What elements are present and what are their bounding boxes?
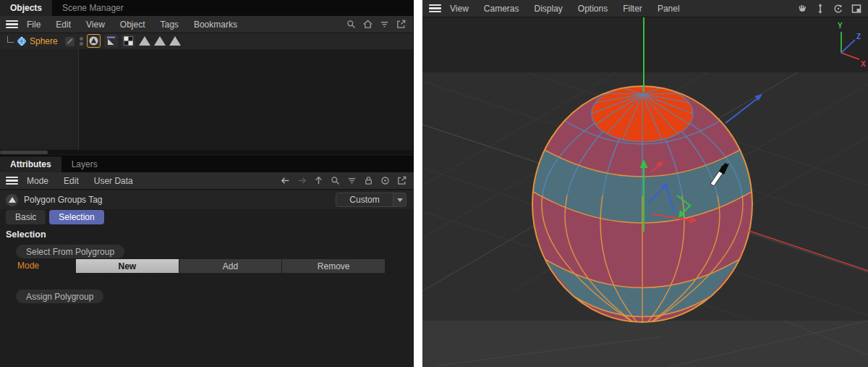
phong-tag-icon[interactable] <box>104 34 118 48</box>
filter-icon[interactable] <box>346 175 357 186</box>
application-window: Objects Scene Manager File Edit View Obj… <box>0 0 868 367</box>
mode-row: Mode New Add Remove <box>0 259 414 273</box>
search-icon[interactable] <box>346 19 357 30</box>
menu-edit[interactable]: Edit <box>56 20 71 30</box>
objects-tabstrip: Objects Scene Manager <box>0 0 413 16</box>
assign-polygroup-button[interactable]: Assign Polygroup <box>16 290 103 303</box>
menu-mode[interactable]: Mode <box>27 176 48 186</box>
open-window-icon[interactable] <box>396 19 407 30</box>
track-icon[interactable] <box>380 175 391 186</box>
selection-heading: Selection <box>6 229 46 240</box>
preset-dropdown-value[interactable]: Custom <box>336 193 393 206</box>
sphere-object-icon <box>17 36 27 46</box>
pan-hand-icon[interactable] <box>796 3 808 14</box>
home-icon[interactable] <box>362 19 373 30</box>
lock-icon[interactable] <box>363 175 374 186</box>
select-from-polygroup-button[interactable]: Select From Polygroup <box>16 245 124 258</box>
menu-user-data[interactable]: User Data <box>94 176 133 186</box>
open-window-icon[interactable] <box>396 175 407 186</box>
attributes-menubar: Mode Edit User Data <box>0 172 414 190</box>
mode-label: Mode <box>17 261 39 271</box>
objects-menu-icon[interactable] <box>6 20 18 28</box>
object-manager-body[interactable] <box>0 49 413 150</box>
polygon-groups-tag-icon[interactable] <box>87 34 101 48</box>
polygon-selection-tag-icon[interactable] <box>154 36 166 46</box>
menu-display[interactable]: Display <box>534 4 562 14</box>
menu-edit[interactable]: Edit <box>64 176 79 186</box>
mode-option-remove[interactable]: Remove <box>282 259 385 273</box>
back-icon[interactable] <box>280 175 291 186</box>
menu-view[interactable]: View <box>86 20 105 30</box>
polygon-selection-tag-icon[interactable] <box>139 36 150 46</box>
attributes-tabstrip: Attributes Layers <box>0 156 414 172</box>
pole-cap <box>592 85 693 142</box>
tag-area <box>87 34 181 48</box>
viewport-menu-icon[interactable] <box>429 4 441 12</box>
visibility-dots[interactable] <box>80 37 83 46</box>
menu-tags[interactable]: Tags <box>161 20 179 30</box>
object-row-sphere[interactable]: Sphere <box>0 33 413 49</box>
attributes-panel: Attributes Layers Mode Edit User Data <box>0 156 414 367</box>
tag-header-row: Polygon Groups Tag Custom <box>0 190 414 209</box>
objects-menubar: File Edit View Object Tags Bookmarks <box>0 16 413 33</box>
sky-band <box>422 17 868 72</box>
viewport-panel: View Cameras Display Options Filter Pane… <box>422 0 868 367</box>
up-icon[interactable] <box>313 175 324 186</box>
rotate-camera-icon[interactable] <box>833 3 844 14</box>
chevron-down-icon[interactable] <box>393 193 406 206</box>
tag-title: Polygon Groups Tag <box>24 195 103 205</box>
menu-options[interactable]: Options <box>578 4 608 14</box>
menu-cameras[interactable]: Cameras <box>484 4 519 14</box>
polygon-groups-tag-icon <box>6 194 18 206</box>
menu-object[interactable]: Object <box>120 20 145 30</box>
menu-panel[interactable]: Panel <box>658 4 680 14</box>
polygon-selection-tag-icon[interactable] <box>169 36 181 46</box>
y-axis-label: Y <box>838 22 843 30</box>
filter-icon[interactable] <box>379 19 390 30</box>
tab-attributes[interactable]: Attributes <box>0 156 61 172</box>
mode-option-add[interactable]: Add <box>179 259 283 273</box>
tab-basic[interactable]: Basic <box>6 210 46 224</box>
forward-icon[interactable] <box>297 175 307 186</box>
dolly-icon[interactable] <box>814 3 826 14</box>
edit-toggle-icon[interactable] <box>65 37 75 46</box>
viewport-menubar: View Cameras Display Options Filter Pane… <box>422 0 868 17</box>
z-axis-label: Z <box>856 33 861 41</box>
left-panel: Objects Scene Manager File Edit View Obj… <box>0 0 414 367</box>
object-name[interactable]: Sphere <box>30 36 58 46</box>
mode-option-new[interactable]: New <box>76 259 179 273</box>
menu-view[interactable]: View <box>450 4 469 14</box>
section-tabs: Basic Selection <box>6 210 104 224</box>
attributes-menu-icon[interactable] <box>6 177 18 185</box>
tab-objects[interactable]: Objects <box>0 0 52 16</box>
object-tree-column <box>0 49 79 150</box>
menu-file[interactable]: File <box>27 20 41 30</box>
tree-elbow <box>7 36 14 43</box>
x-axis-label: X <box>861 60 866 68</box>
search-icon[interactable] <box>330 175 341 186</box>
toggle-layout-icon[interactable] <box>851 3 862 14</box>
scrollbar-thumb[interactable] <box>0 151 48 154</box>
preset-dropdown[interactable]: Custom <box>336 193 407 207</box>
menu-bookmarks[interactable]: Bookmarks <box>194 20 237 30</box>
object-manager-hscrollbar[interactable] <box>0 150 413 155</box>
menu-filter[interactable]: Filter <box>623 4 642 14</box>
texture-tag-icon[interactable] <box>122 34 135 48</box>
tab-scene-manager[interactable]: Scene Manager <box>52 0 134 16</box>
mode-segmented-control: New Add Remove <box>76 259 385 273</box>
viewport-3d-view[interactable]: Y Z X <box>422 17 868 367</box>
tab-selection[interactable]: Selection <box>49 210 103 224</box>
tab-layers[interactable]: Layers <box>61 156 108 172</box>
